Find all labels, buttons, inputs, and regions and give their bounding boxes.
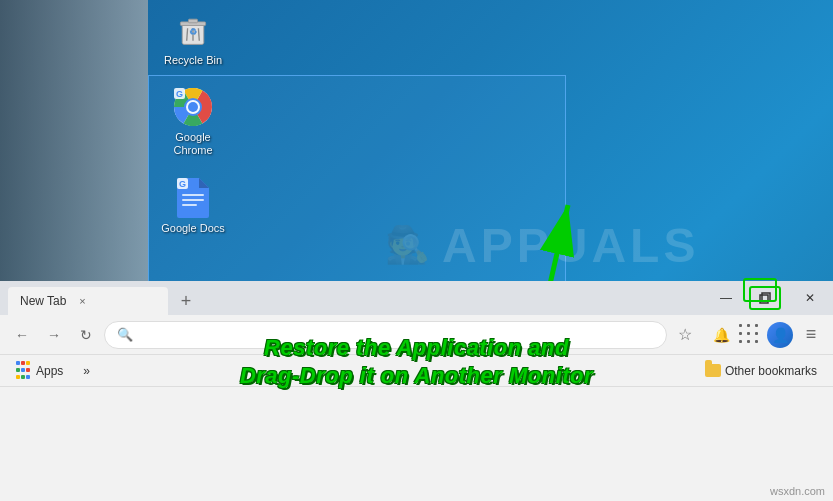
- docs-image: G: [173, 178, 213, 218]
- instruction-line-2: Drag-Drop it on Another Monitor: [20, 362, 813, 391]
- svg-rect-5: [189, 19, 198, 23]
- svg-text:G: G: [179, 179, 186, 189]
- desktop-icons: ♻ Recycle Bin: [148, 0, 238, 245]
- tab-close-button[interactable]: ×: [74, 293, 90, 309]
- site-watermark: wsxdn.com: [770, 485, 825, 497]
- watermark-figure: 🕵️: [385, 224, 434, 266]
- window-controls: — ✕: [703, 281, 833, 315]
- docs-desktop-icon[interactable]: G Google Docs: [152, 172, 234, 241]
- chrome-label: Google Chrome: [158, 131, 228, 157]
- recycle-bin-label: Recycle Bin: [164, 54, 222, 67]
- svg-line-1: [187, 28, 188, 41]
- minimize-button[interactable]: —: [703, 281, 749, 315]
- chrome-image: G: [173, 87, 213, 127]
- browser-tab-new-tab[interactable]: New Tab ×: [8, 287, 168, 315]
- svg-point-10: [188, 102, 198, 112]
- svg-rect-15: [182, 204, 197, 206]
- browser-window: New Tab × + — ✕ ← → ↻ 🔍 ☆ 🔔: [0, 281, 833, 501]
- tab-title: New Tab: [20, 294, 66, 308]
- svg-line-3: [198, 28, 199, 41]
- docs-label: Google Docs: [161, 222, 225, 235]
- svg-text:G: G: [176, 89, 183, 99]
- instruction-line-1: Restore the Application and: [20, 334, 813, 363]
- recycle-bin-image: ♻: [173, 10, 213, 50]
- close-button[interactable]: ✕: [787, 281, 833, 315]
- recycle-bin-icon[interactable]: ♻ Recycle Bin: [152, 4, 234, 73]
- svg-rect-13: [182, 194, 204, 196]
- new-tab-button[interactable]: +: [172, 287, 200, 315]
- svg-text:♻: ♻: [189, 27, 197, 37]
- browser-titlebar: New Tab × + — ✕: [0, 281, 833, 315]
- chrome-desktop-icon[interactable]: G Google Chrome: [152, 81, 234, 163]
- restore-button[interactable]: [749, 286, 781, 310]
- instruction-overlay: Restore the Application and Drag-Drop it…: [0, 330, 833, 395]
- svg-rect-20: [760, 295, 768, 303]
- svg-rect-14: [182, 199, 204, 201]
- svg-rect-21: [762, 293, 770, 301]
